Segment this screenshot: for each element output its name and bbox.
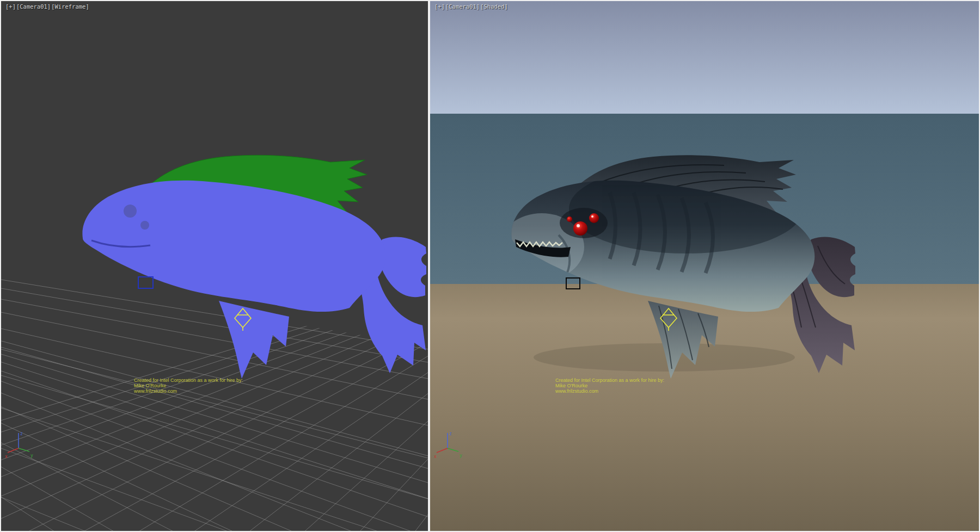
eye-highlight [577,224,580,227]
watermark-line: Created for Intel Corporation as a work … [555,378,664,383]
eye-spot [140,221,149,230]
wireframe-viewport[interactable]: [+][Camera01][Wireframe] Created for Int… [1,1,428,531]
axis-z-label: z [20,431,23,436]
viewport-menu-shading[interactable]: [Shaded] [480,3,508,10]
selection-helper-box[interactable] [566,278,580,289]
viewport-menu-camera[interactable]: [Camera01] [445,3,480,10]
tail-fin-upper [378,237,426,298]
eye-red [589,213,599,223]
viewport-menu-plus[interactable]: [+] [5,3,16,10]
shaded-viewport[interactable]: [+][Camera01][Shaded] Created for Intel … [430,1,979,531]
watermark-text: Created for Intel Corporation as a work … [555,378,664,394]
shaded-scene [430,1,979,531]
eye-spot [124,205,137,218]
viewport-label: [+][Camera01][Shaded] [434,3,509,10]
watermark-line: www.frilzstudio.com [555,388,664,394]
eye-red [573,221,587,236]
watermark-text: Created for Intel Corporation as a work … [134,378,243,394]
fish-model-wireframe[interactable] [82,155,426,379]
fish-model-shaded[interactable] [499,155,855,379]
axis-y-label: y [460,453,462,458]
axis-z-label: z [449,431,452,436]
world-axis-tripod: z x y [433,430,466,460]
watermark-line: Created for Intel Corporation as a work … [134,378,243,383]
viewport-menu-camera[interactable]: [Camera01] [16,3,51,10]
world-axis-tripod: z x y [4,430,37,460]
tail-fin-upper [807,237,855,298]
watermark-line: Mike O'Rourke [134,383,243,388]
eye-highlight [591,215,593,218]
viewport-label: [+][Camera01][Wireframe] [5,3,90,10]
selection-helper-box[interactable] [138,277,153,288]
axis-y-label: y [30,453,33,458]
viewport-menu-shading[interactable]: [Wireframe] [51,3,89,10]
viewport-menu-plus[interactable]: [+] [434,3,445,10]
wireframe-scene [1,1,428,531]
watermark-line: Mike O'Rourke [555,383,664,388]
axis-x-label: x [5,454,8,459]
watermark-line: www.frilzstudio.com [134,388,243,394]
eye-red [567,216,572,222]
viewport-layout: [+][Camera01][Wireframe] Created for Int… [0,0,980,532]
axis-x-label: x [434,454,437,459]
